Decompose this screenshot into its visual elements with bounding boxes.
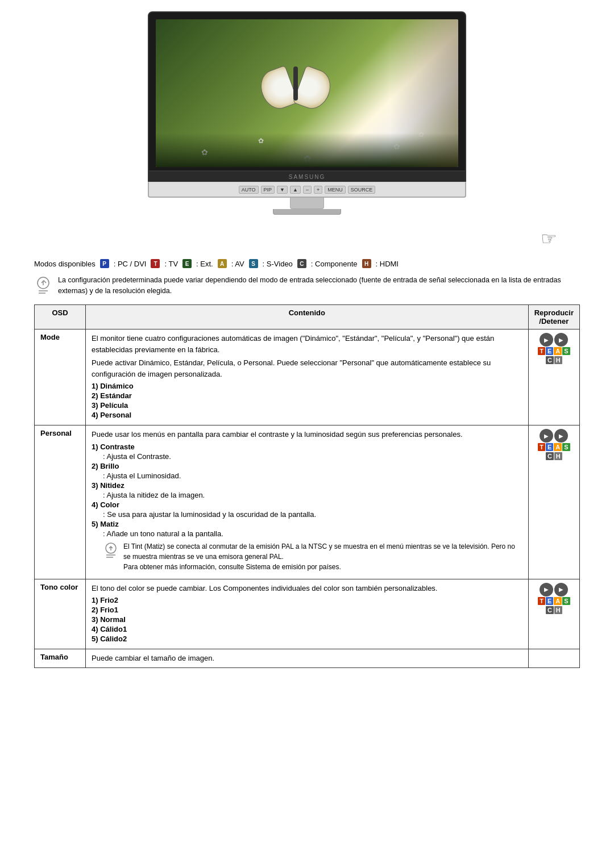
tv-label: : TV	[164, 260, 178, 268]
ch-h-icon: H	[554, 356, 562, 364]
list-item: 2) Estándar	[92, 391, 522, 400]
mode-intro: El monitor tiene cuatro configuraciones …	[92, 333, 522, 355]
list-item: 1) Frio2	[92, 596, 522, 604]
note-svg-icon	[34, 275, 52, 298]
list-item: 5) Matiz	[92, 520, 522, 528]
teas-e-icon: E	[546, 347, 553, 355]
monitor-wrapper: ✿ ✿ ✿ ✿ ✿ SAMSUNG	[148, 11, 466, 215]
personal-intro: Puede usar los menús en pantalla para ca…	[92, 429, 522, 440]
tono-list: 1) Frio2 2) Frio1 3) Normal 4) Cálido1 5…	[92, 596, 522, 643]
wing-left-icon	[256, 65, 299, 114]
list-item: 4) Cálido1	[92, 625, 522, 633]
plus-button[interactable]: +	[314, 186, 322, 194]
personal-list: 1) Contraste : Ajusta el Contraste. 2) B…	[92, 443, 522, 538]
list-item: : Ajusta la nitidez de la imagen.	[92, 491, 522, 499]
list-item: : Se usa para ajustar la luminosidad y l…	[92, 510, 522, 519]
tono-intro: El tono del color se puede cambiar. Los …	[92, 583, 522, 594]
table-row: Personal Puede usar los menús en pantall…	[35, 425, 580, 579]
play-btn-2: ▶	[554, 333, 568, 347]
butterfly-body-icon	[293, 66, 298, 101]
teas-row: T E A S	[538, 347, 570, 355]
teas-t-icon: T	[538, 597, 545, 605]
monitor-body: ✿ ✿ ✿ ✿ ✿	[148, 11, 466, 172]
auto-button[interactable]: AUTO	[239, 186, 259, 194]
teas-t-icon: T	[538, 347, 545, 355]
play-btn-1: ▶	[540, 583, 553, 596]
pc-dvi-label: : PC / DVI	[114, 260, 147, 268]
menu-button[interactable]: MENU	[325, 186, 346, 194]
hdmi-icon: H	[362, 259, 371, 268]
monitor-base-top: SAMSUNG	[148, 172, 466, 182]
play-icons: ▶ ▶	[540, 583, 568, 596]
ext-label: : Ext.	[196, 260, 213, 268]
header-osd: OSD	[35, 305, 86, 329]
list-item: 2) Brillo	[92, 462, 522, 470]
teas-s-icon: S	[562, 443, 570, 451]
pip-button[interactable]: PIP	[261, 186, 275, 194]
monitor-controls: AUTO PIP ▼ ▲ – + MENU SOURCE	[148, 182, 466, 198]
list-item: 3) Película	[92, 401, 522, 410]
play-btn-2: ▶	[554, 429, 568, 443]
list-item: : Añade un tono natural a la pantalla.	[92, 529, 522, 538]
teas-t-icon: T	[538, 443, 545, 451]
teas-e-icon: E	[546, 597, 553, 605]
repr-mode: ▶ ▶ T E A S C H	[528, 329, 579, 425]
list-item: : Ajusta el Luminosidad.	[92, 471, 522, 480]
down-button[interactable]: ▼	[277, 186, 288, 194]
up-button[interactable]: ▲	[290, 186, 301, 194]
osd-mode: Mode	[35, 329, 86, 425]
list-item: 1) Contraste	[92, 443, 522, 451]
minus-button[interactable]: –	[303, 186, 312, 194]
inner-note-icon	[103, 541, 119, 565]
av-icon: A	[218, 259, 227, 268]
svideo-label: : S-Video	[263, 260, 293, 268]
teas-group-icon: ▶ ▶ T E A S C H	[538, 583, 570, 614]
table-row: Tono color El tono del color se puede ca…	[35, 579, 580, 649]
ch-h-icon: H	[554, 452, 562, 460]
inner-note-p2: Para obtener más información, consulte S…	[123, 562, 522, 572]
teas-a-icon: A	[554, 443, 562, 451]
component-label: : Componente	[311, 260, 358, 268]
content-tamano: Puede cambiar el tamaño de imagen.	[86, 649, 529, 668]
table-row: Mode El monitor tiene cuatro configuraci…	[35, 329, 580, 425]
content-personal: Puede usar los menús en pantalla para ca…	[86, 425, 529, 579]
inner-note-p1: El Tint (Matiz) se conecta al conmutar d…	[123, 541, 522, 562]
bg-right-gradient	[390, 19, 458, 167]
hdmi-label: : HDMI	[376, 260, 399, 268]
note-box: La configuración predeterminada puede va…	[34, 275, 580, 298]
monitor-section: ✿ ✿ ✿ ✿ ✿ SAMSUNG	[34, 11, 580, 215]
samsung-brand: SAMSUNG	[289, 174, 326, 180]
list-item: 3) Nitidez	[92, 481, 522, 490]
butterfly-illustration	[262, 64, 330, 115]
modes-label: Modos disponibles	[34, 260, 96, 268]
header-content: Contenido	[86, 305, 529, 329]
hand-cursor-icon: ☞	[541, 228, 557, 249]
play-btn-2: ▶	[554, 583, 568, 596]
hand-cursor-area: ☞	[34, 225, 580, 253]
ch-c-icon: C	[546, 606, 554, 614]
ch-row: C H	[546, 452, 562, 460]
source-button[interactable]: SOURCE	[348, 186, 376, 194]
list-item: 1) Dinámico	[92, 382, 522, 390]
ch-row: C H	[546, 356, 562, 364]
svideo-icon: S	[249, 259, 258, 268]
ch-c-icon: C	[546, 452, 554, 460]
repr-tono-color: ▶ ▶ T E A S C H	[528, 579, 579, 649]
note-text: La configuración predeterminada puede va…	[58, 275, 580, 297]
monitor-screen: ✿ ✿ ✿ ✿ ✿	[156, 19, 458, 167]
modes-bar: Modos disponibles P : PC / DVI T : TV E …	[34, 259, 580, 268]
teas-row: T E A S	[538, 597, 570, 605]
teas-group-icon: ▶ ▶ T E A S C H	[538, 333, 570, 364]
osd-tono-color: Tono color	[35, 579, 86, 649]
teas-e-icon: E	[546, 443, 553, 451]
list-item: 4) Personal	[92, 411, 522, 419]
inner-note: El Tint (Matiz) se conecta al conmutar d…	[103, 541, 522, 572]
table-header-row: OSD Contenido Reproducir /Detener	[35, 305, 580, 329]
av-label: : AV	[231, 260, 244, 268]
play-btn-1: ▶	[540, 429, 553, 443]
teas-a-icon: A	[554, 347, 562, 355]
teas-row: T E A S	[538, 443, 570, 451]
mode-intro2: Puede activar Dinámico, Estándar, Pelícu…	[92, 357, 522, 379]
tv-icon: T	[151, 259, 160, 268]
tamano-intro: Puede cambiar el tamaño de imagen.	[92, 653, 522, 664]
